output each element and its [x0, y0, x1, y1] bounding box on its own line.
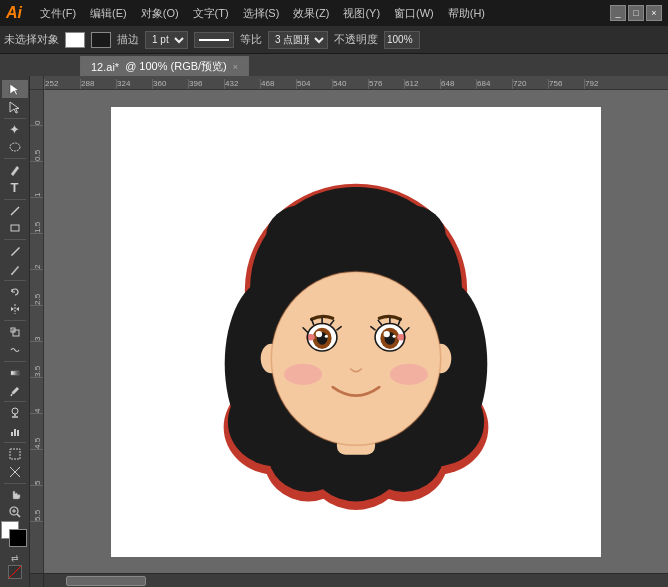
tab-close-button[interactable]: ×: [233, 62, 238, 72]
background-swatch[interactable]: [9, 529, 27, 547]
svg-point-12: [16, 416, 18, 418]
ruler-h-tick: 432: [224, 79, 260, 89]
minimize-button[interactable]: _: [610, 5, 626, 21]
pen-tool[interactable]: [2, 161, 28, 179]
menu-type[interactable]: 文字(T): [187, 4, 235, 23]
svg-line-1: [11, 207, 19, 215]
svg-point-44: [316, 330, 322, 336]
ruler-h-tick: 504: [296, 79, 332, 89]
svg-rect-15: [17, 430, 19, 436]
ruler-h-tick: 288: [80, 79, 116, 89]
ruler-v-tick: 0: [30, 90, 43, 126]
main-area: ✦ T: [0, 76, 668, 587]
selection-tool[interactable]: [2, 80, 28, 98]
ruler-v-tick: 4.5: [30, 414, 43, 450]
svg-rect-7: [11, 371, 19, 375]
stroke-label: 描边: [117, 32, 139, 47]
rectangle-tool[interactable]: [2, 219, 28, 237]
close-button[interactable]: ×: [646, 5, 662, 21]
stroke-swatch[interactable]: [91, 32, 111, 48]
warp-tool[interactable]: [2, 341, 28, 359]
none-color-button[interactable]: [8, 565, 22, 579]
ruler-corner: [30, 76, 44, 90]
scale-tool[interactable]: [2, 323, 28, 341]
ruler-h-tick: 360: [152, 79, 188, 89]
title-bar: Ai 文件(F) 编辑(E) 对象(O) 文字(T) 选择(S) 效果(Z) 视…: [0, 0, 668, 26]
pencil-tool[interactable]: [2, 260, 28, 278]
ruler-h-tick: 684: [476, 79, 512, 89]
line-tool[interactable]: [2, 202, 28, 220]
canvas-white[interactable]: [111, 107, 601, 557]
toolbar: ✦ T: [0, 76, 30, 587]
horizontal-scrollbar-thumb[interactable]: [66, 576, 146, 586]
ruler-h-tick: 756: [548, 79, 584, 89]
direct-selection-tool[interactable]: [2, 98, 28, 116]
menu-object[interactable]: 对象(O): [135, 4, 185, 23]
ruler-v-tick: 3.5: [30, 342, 43, 378]
stroke-line-preview: [194, 32, 234, 48]
swap-colors-button[interactable]: ⇄: [11, 553, 19, 563]
menu-view[interactable]: 视图(Y): [337, 4, 386, 23]
tool-separator-1: [4, 118, 26, 119]
artboard-tool[interactable]: [2, 445, 28, 463]
menu-edit[interactable]: 编辑(E): [84, 4, 133, 23]
stroke-weight-select[interactable]: 1 pt: [145, 31, 188, 49]
svg-point-11: [12, 416, 14, 418]
tab-bar: 12.ai* @ 100% (RGB/预览) ×: [0, 54, 668, 76]
menu-file[interactable]: 文件(F): [34, 4, 82, 23]
menu-window[interactable]: 窗口(W): [388, 4, 440, 23]
svg-rect-13: [11, 432, 13, 436]
horizontal-ruler: 252 288 324 360 396 432 468 504 540 576 …: [30, 76, 668, 90]
horizontal-scrollbar-track[interactable]: [44, 574, 668, 588]
tool-separator-8: [4, 401, 26, 402]
maximize-button[interactable]: □: [628, 5, 644, 21]
svg-point-39: [372, 204, 446, 268]
svg-point-51: [384, 330, 390, 336]
tool-separator-4: [4, 239, 26, 240]
tool-separator-2: [4, 158, 26, 159]
scale-select[interactable]: 3 点圆形: [268, 31, 328, 49]
scale-label: 等比: [240, 32, 262, 47]
column-graph-tool[interactable]: [2, 422, 28, 440]
color-swatches: ⇄: [1, 521, 29, 583]
document-tab[interactable]: 12.ai* @ 100% (RGB/预览) ×: [80, 56, 249, 76]
svg-line-20: [17, 514, 20, 517]
canvas-body: 0 0.5 1 1.5 2 2.5 3 3.5 4 4.5 5 5.5: [30, 90, 668, 573]
svg-point-55: [284, 363, 322, 384]
eyedropper-tool[interactable]: [2, 382, 28, 400]
paintbrush-tool[interactable]: [2, 242, 28, 260]
symbol-sprayer-tool[interactable]: [2, 404, 28, 422]
ruler-v-tick: 1: [30, 162, 43, 198]
menu-bar: 文件(F) 编辑(E) 对象(O) 文字(T) 选择(S) 效果(Z) 视图(Y…: [34, 4, 606, 23]
svg-point-56: [390, 363, 428, 384]
tab-detail: @ 100% (RGB/预览): [125, 59, 227, 74]
ruler-v-tick: 1.5: [30, 198, 43, 234]
svg-rect-14: [14, 429, 16, 436]
hand-tool[interactable]: [2, 485, 28, 503]
magic-wand-tool[interactable]: ✦: [2, 121, 28, 139]
menu-help[interactable]: 帮助(H): [442, 4, 491, 23]
type-tool[interactable]: T: [2, 179, 28, 197]
ruler-v-tick: 4: [30, 378, 43, 414]
opacity-input[interactable]: [384, 31, 420, 49]
svg-point-52: [393, 334, 396, 337]
canvas-viewport[interactable]: [44, 90, 668, 573]
ruler-h-tick: 324: [116, 79, 152, 89]
svg-rect-2: [11, 225, 19, 231]
slice-tool[interactable]: [2, 463, 28, 481]
swatch-container: [1, 521, 29, 549]
menu-effect[interactable]: 效果(Z): [287, 4, 335, 23]
menu-select[interactable]: 选择(S): [237, 4, 286, 23]
reflect-tool[interactable]: [2, 301, 28, 319]
ruler-v-tick: 5: [30, 450, 43, 486]
zoom-tool[interactable]: [2, 503, 28, 521]
selection-label: 未选择对象: [4, 32, 59, 47]
ruler-h-tick: 576: [368, 79, 404, 89]
fill-swatch[interactable]: [65, 32, 85, 48]
rotate-tool[interactable]: [2, 283, 28, 301]
tool-separator-9: [4, 442, 26, 443]
ai-logo: Ai: [6, 4, 22, 22]
gradient-tool[interactable]: [2, 364, 28, 382]
lasso-tool[interactable]: [2, 138, 28, 156]
svg-line-8: [11, 394, 12, 396]
